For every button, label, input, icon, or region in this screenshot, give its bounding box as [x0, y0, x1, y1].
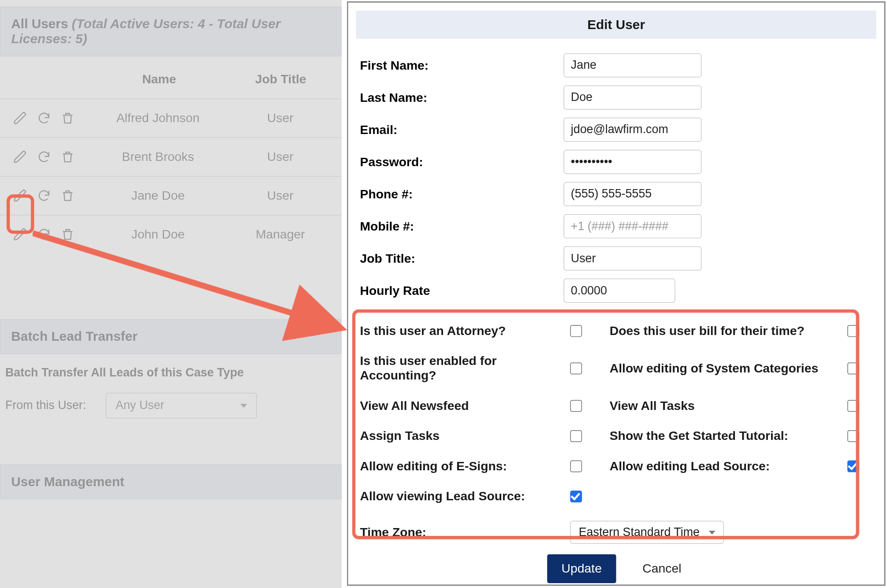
update-button[interactable]: Update [547, 555, 616, 584]
trash-icon[interactable] [60, 150, 75, 164]
hourly-rate-label: Hourly Rate [360, 283, 564, 298]
assign-tasks-label: Assign Tasks [360, 429, 570, 443]
mobile-label: Mobile #: [360, 219, 564, 234]
batch-transfer-label: Batch Transfer All Leads of this Case Ty… [0, 354, 342, 386]
timezone-select[interactable]: Eastern Standard Time [570, 521, 724, 544]
accounting-checkbox[interactable] [570, 363, 582, 375]
bill-time-label: Does this user bill for their time? [610, 324, 820, 339]
view-tasks-label: View All Tasks [610, 398, 820, 413]
user-job-title: User [226, 189, 335, 203]
hourly-rate-input[interactable]: 0.0000 [563, 279, 675, 303]
user-name: Jane Doe [90, 189, 226, 203]
password-label: Password: [360, 155, 564, 169]
edit-esigns-label: Allow editing of E-Signs: [360, 459, 570, 474]
refresh-icon[interactable] [37, 150, 51, 164]
password-input[interactable]: •••••••••• [563, 150, 701, 174]
sys-cat-checkbox[interactable] [847, 363, 859, 375]
phone-label: Phone #: [360, 187, 564, 201]
from-user-select[interactable]: Any User [106, 393, 257, 418]
all-users-title: All Users [11, 16, 68, 31]
user-job-title: User [226, 150, 335, 164]
view-lead-source-label: Allow viewing Lead Source: [360, 489, 570, 504]
edit-lead-source-checkbox[interactable] [847, 461, 859, 473]
table-row: Jane DoeUser [0, 176, 342, 215]
edit-esigns-checkbox[interactable] [570, 461, 582, 473]
first-name-input[interactable]: Jane [563, 53, 701, 78]
view-lead-source-checkbox[interactable] [570, 491, 582, 503]
user-name: Alfred Johnson [90, 111, 226, 126]
all-users-header: All Users (Total Active Users: 4 - Total… [0, 7, 342, 56]
last-name-input[interactable]: Doe [563, 86, 701, 110]
from-user-value: Any User [116, 398, 164, 412]
refresh-icon[interactable] [37, 111, 51, 126]
trash-icon[interactable] [60, 111, 75, 126]
first-name-label: First Name: [360, 58, 564, 73]
attorney-label: Is this user an Attorney? [360, 324, 570, 339]
job-title-input[interactable]: User [563, 246, 701, 271]
col-name: Name [92, 72, 227, 87]
mobile-input[interactable]: +1 (###) ###-#### [563, 214, 701, 238]
users-table-header: Name Job Title [0, 56, 342, 98]
attorney-checkbox[interactable] [570, 325, 582, 337]
batch-lead-transfer-header: Batch Lead Transfer [0, 319, 342, 354]
view-newsfeed-label: View All Newsfeed [360, 398, 570, 413]
pencil-icon[interactable] [13, 150, 28, 164]
trash-icon[interactable] [60, 189, 75, 203]
timezone-label: Time Zone: [360, 525, 570, 540]
refresh-icon[interactable] [37, 227, 51, 242]
tutorial-label: Show the Get Started Tutorial: [610, 429, 820, 443]
users-panel: All Users (Total Active Users: 4 - Total… [0, 0, 342, 588]
job-title-label: Job Title: [360, 251, 564, 266]
edit-user-modal: Edit User First Name: Jane Last Name: Do… [347, 1, 886, 586]
col-job-title: Job Title [226, 72, 335, 87]
from-user-label: From this User: [5, 398, 86, 412]
trash-icon[interactable] [60, 227, 75, 242]
last-name-label: Last Name: [360, 90, 564, 105]
cancel-button[interactable]: Cancel [638, 561, 685, 577]
accounting-label: Is this user enabled for Accounting? [360, 354, 570, 383]
table-row: Brent BrooksUser [0, 137, 342, 176]
user-name: Brent Brooks [90, 150, 226, 164]
email-input[interactable]: jdoe@lawfirm.com [563, 118, 701, 142]
view-tasks-checkbox[interactable] [847, 400, 859, 412]
phone-input[interactable]: (555) 555-5555 [563, 182, 701, 206]
user-job-title: User [226, 111, 335, 126]
pencil-icon[interactable] [13, 227, 28, 242]
timezone-value: Eastern Standard Time [579, 525, 700, 539]
edit-lead-source-label: Allow editing Lead Source: [610, 459, 820, 474]
table-row: John DoeManager [0, 215, 342, 253]
view-newsfeed-checkbox[interactable] [570, 400, 582, 412]
user-name: John Doe [90, 227, 226, 242]
table-row: Alfred JohnsonUser [0, 99, 342, 138]
user-job-title: Manager [226, 227, 335, 242]
user-management-header: User Management [0, 464, 342, 499]
refresh-icon[interactable] [37, 189, 51, 203]
pencil-icon[interactable] [13, 111, 28, 126]
assign-tasks-checkbox[interactable] [570, 431, 582, 443]
bill-time-checkbox[interactable] [847, 325, 859, 337]
pencil-icon[interactable] [13, 189, 28, 203]
sys-cat-label: Allow editing of System Categories [610, 361, 820, 376]
modal-title: Edit User [356, 11, 876, 39]
email-label: Email: [360, 123, 564, 137]
tutorial-checkbox[interactable] [847, 431, 859, 443]
